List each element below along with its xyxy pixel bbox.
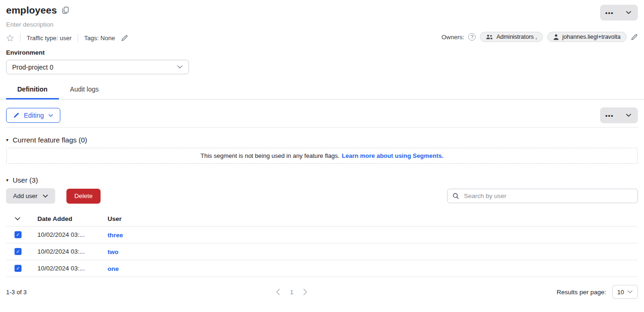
header-left: employees Enter description Traffic type…: [6, 5, 128, 42]
traffic-type-label: Traffic type: user: [27, 35, 72, 42]
cell-date-added: 10/02/2024 03:...: [37, 248, 108, 255]
edit-tags-button[interactable]: [121, 35, 128, 42]
favorite-button[interactable]: [6, 34, 14, 42]
owners-label: Owners:: [441, 34, 464, 41]
pencil-icon: [13, 112, 20, 119]
column-header-date-added: Date Added: [37, 215, 108, 222]
main-content: Editing ••• ▾ Current feature flags: [0, 107, 644, 277]
segment-actions-chevron-button[interactable]: [619, 5, 638, 21]
owner-chip-administrators[interactable]: Administrators ,: [480, 32, 543, 42]
user-link[interactable]: two: [108, 248, 118, 255]
segment-actions-split-button: •••: [600, 5, 638, 21]
user-actions-row: Add user Delete: [6, 188, 638, 204]
chevron-right-icon: [303, 289, 307, 295]
group-icon: [486, 34, 493, 40]
help-icon: ?: [470, 34, 473, 40]
results-per-page: Results per page: 10: [557, 285, 638, 299]
pencil-icon: [631, 34, 638, 41]
segment-overflow-button[interactable]: •••: [600, 5, 619, 21]
overflow-dots-icon: •••: [605, 113, 614, 119]
chevron-down-icon: [43, 194, 48, 198]
table-footer: 1-3 of 3 1 Results per page: 10: [0, 285, 644, 299]
chevron-down-icon: [177, 65, 183, 69]
owners-row: Owners: ? Administrators , johannes.lieg…: [441, 32, 638, 42]
divider: [6, 127, 638, 128]
add-user-button[interactable]: Add user: [6, 188, 55, 204]
feature-flags-empty-state: This segment is not being used in any fe…: [6, 148, 638, 164]
chevron-down-icon: [48, 114, 53, 117]
caret-down-icon: ▾: [6, 178, 8, 183]
chevron-down-icon: [626, 11, 631, 14]
owner-chip-label: Administrators ,: [496, 34, 537, 40]
chevron-down-icon: [627, 290, 633, 294]
user-section-toggle[interactable]: ▾ User (3): [6, 176, 38, 184]
definition-actions-split-button: •••: [600, 107, 638, 123]
definition-actions-chevron-button[interactable]: [619, 107, 638, 123]
column-header-user: User: [108, 215, 638, 222]
divider: [78, 34, 78, 42]
results-range-label: 1-3 of 3: [6, 289, 27, 296]
check-icon: ✓: [16, 249, 20, 254]
user-link[interactable]: one: [108, 265, 119, 272]
segment-page: employees Enter description Traffic type…: [0, 0, 644, 299]
environment-selected-value: Prod-project 0: [12, 64, 53, 71]
learn-more-link[interactable]: Learn more about using Segments.: [342, 152, 443, 159]
current-page-number[interactable]: 1: [290, 289, 294, 296]
results-per-page-select[interactable]: 10: [612, 285, 638, 299]
header-right: ••• Owners: ? Administrators ,: [441, 5, 638, 42]
user-search-input[interactable]: [463, 192, 633, 200]
next-page-button[interactable]: [303, 289, 307, 295]
table-row: ✓ 10/02/2024 03:... three: [6, 227, 638, 243]
edit-owners-button[interactable]: [631, 34, 638, 41]
person-icon: [553, 34, 559, 40]
tab-definition[interactable]: Definition: [6, 80, 59, 99]
environment-block: Environment Prod-project 0: [0, 49, 644, 74]
environment-label: Environment: [6, 49, 638, 56]
check-icon: ✓: [16, 232, 20, 237]
description-placeholder[interactable]: Enter description: [6, 21, 128, 28]
overflow-dots-icon: •••: [605, 10, 614, 16]
definition-overflow-button[interactable]: •••: [600, 107, 619, 123]
tags-label: Tags: None: [84, 35, 115, 42]
editing-mode-button[interactable]: Editing: [6, 108, 60, 123]
definition-toolbar: Editing •••: [6, 107, 638, 123]
table-row: ✓ 10/02/2024 03:... two: [6, 243, 638, 260]
table-row: ✓ 10/02/2024 03:... one: [6, 260, 638, 277]
results-per-page-label: Results per page:: [557, 289, 606, 296]
delete-button[interactable]: Delete: [66, 189, 101, 204]
select-all-chevron-button[interactable]: [14, 217, 37, 221]
page-header: employees Enter description Traffic type…: [0, 0, 644, 42]
cell-date-added: 10/02/2024 03:...: [37, 231, 108, 238]
add-user-label: Add user: [13, 192, 37, 199]
user-section-title: User (3): [13, 176, 38, 184]
row-checkbox[interactable]: ✓: [14, 231, 22, 238]
row-checkbox[interactable]: ✓: [14, 265, 22, 272]
star-icon: [6, 34, 14, 42]
meta-row: Traffic type: user Tags: None: [6, 34, 128, 42]
feature-flags-section-title: Current feature flags (0): [13, 136, 87, 144]
owners-help-button[interactable]: ?: [468, 33, 476, 41]
row-checkbox[interactable]: ✓: [14, 248, 22, 255]
empty-state-message: This segment is not being used in any fe…: [201, 152, 340, 159]
feature-flags-section-toggle[interactable]: ▾ Current feature flags (0): [6, 136, 87, 144]
previous-page-button[interactable]: [276, 289, 280, 295]
divider: [20, 34, 21, 42]
caret-down-icon: ▾: [6, 138, 8, 142]
pagination: 1: [27, 289, 557, 296]
chevron-left-icon: [276, 289, 280, 295]
cell-date-added: 10/02/2024 03:...: [37, 265, 108, 272]
user-table: Date Added User ✓ 10/02/2024 03:... thre…: [6, 211, 638, 277]
pencil-icon: [121, 35, 128, 42]
copy-key-button[interactable]: [62, 7, 69, 14]
user-link[interactable]: three: [108, 232, 123, 239]
check-icon: ✓: [16, 266, 20, 271]
table-header-row: Date Added User: [6, 211, 638, 227]
chevron-down-icon: [14, 217, 21, 221]
search-icon: [452, 192, 459, 199]
environment-select[interactable]: Prod-project 0: [6, 60, 189, 74]
tab-bar: Definition Audit logs: [0, 80, 644, 99]
owner-chip-user[interactable]: johannes.liegl+travolta: [547, 32, 627, 42]
editing-label: Editing: [24, 112, 44, 119]
tab-audit-logs[interactable]: Audit logs: [59, 80, 110, 99]
copy-icon: [62, 7, 69, 14]
